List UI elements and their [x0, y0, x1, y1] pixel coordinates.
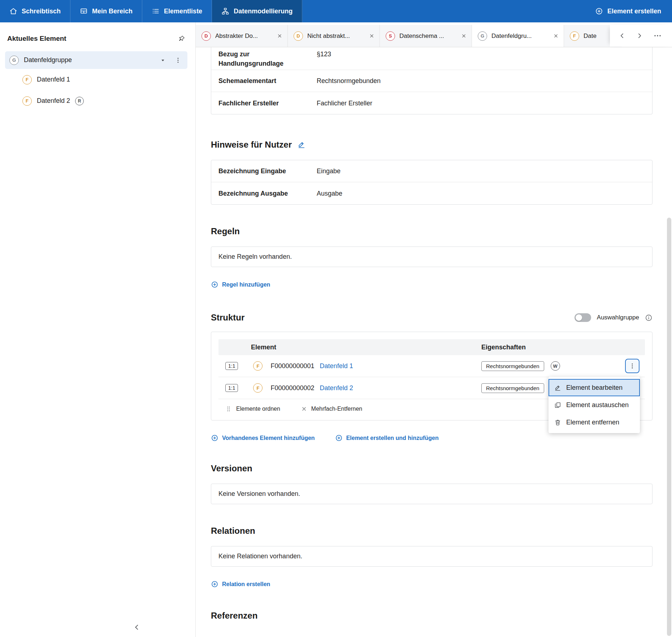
tree-item-label: Datenfeld 1: [37, 76, 195, 83]
section-title-text: Struktur: [211, 313, 244, 323]
home-icon: [9, 7, 17, 15]
add-rule-label: Regel hinzufügen: [222, 282, 270, 288]
column-header-element: Element: [218, 344, 481, 351]
empty-state-text: Keine Regeln vorhanden.: [218, 253, 292, 260]
edit-icon[interactable]: [298, 141, 305, 149]
tab-label: Nicht abstrakt...: [307, 32, 365, 40]
tree-item-datenfeldgruppe[interactable]: G Datenfeldgruppe: [5, 51, 187, 69]
element-link[interactable]: Datenfeld 2: [320, 384, 353, 392]
list-icon: [152, 7, 160, 15]
tab-abstrakter-dokument[interactable]: D Abstrakter Do...: [196, 25, 288, 47]
scrollbar-thumb[interactable]: [667, 218, 671, 636]
section-title-relationen: Relationen: [211, 526, 653, 536]
empty-state-text: Keine Relationen vorhanden.: [218, 553, 302, 560]
create-and-add-element-label: Element erstellen und hinzufügen: [346, 435, 439, 441]
nav-label: Schreibtisch: [22, 8, 61, 15]
sidebar-title: Aktuelles Element: [7, 35, 66, 43]
vertical-scrollbar: [667, 22, 671, 637]
close-icon[interactable]: [553, 33, 559, 39]
struktur-section: Element Eigenschaften 1:1 F F00000000001…: [211, 332, 653, 420]
close-icon[interactable]: [277, 33, 282, 39]
property-pill: Rechtsnormgebunden: [481, 383, 544, 393]
row-actions-button[interactable]: [625, 359, 640, 373]
tab-label: Datenfeldgru...: [491, 32, 549, 40]
nav-label: Datenmodellierung: [234, 8, 292, 15]
pin-icon[interactable]: [178, 35, 185, 42]
sidebar-header: Aktuelles Element: [0, 35, 195, 43]
nav-item-elementliste[interactable]: Elementliste: [142, 0, 212, 22]
property-value: Eingabe: [317, 166, 341, 176]
section-title-versionen: Versionen: [211, 463, 653, 474]
create-and-add-element-link[interactable]: Element erstellen und hinzufügen: [335, 434, 439, 442]
kebab-menu-icon[interactable]: [174, 57, 182, 64]
nav-item-datenmodellierung[interactable]: Datenmodellierung: [212, 0, 302, 22]
type-d-icon: D: [294, 31, 303, 41]
tab-datenschema[interactable]: S Datenschema ...: [380, 25, 472, 47]
multi-remove-label: Mehrfach-Entfernen: [311, 406, 362, 412]
property-label: Bezug zur Handlungsgrundlage: [218, 49, 317, 68]
property-label: Fachlicher Ersteller: [218, 99, 317, 108]
close-icon[interactable]: [369, 33, 374, 39]
nav-item-mein-bereich[interactable]: Mein Bereich: [70, 0, 142, 22]
chevron-left-icon[interactable]: [619, 32, 626, 39]
element-cell: 1:1 F F00000000002 Datenfeld 2: [218, 383, 481, 393]
struktur-header-row: Struktur Auswahlgruppe: [211, 313, 653, 323]
element-id: F00000000001: [270, 362, 314, 370]
property-row: Bezug zur Handlungsgrundlage §123: [211, 47, 652, 70]
struktur-table-header: Element Eigenschaften: [218, 339, 645, 355]
tab-nicht-abstrakt[interactable]: D Nicht abstrakt...: [288, 25, 380, 47]
element-id: F00000000002: [270, 384, 314, 392]
tree-item-label: Datenfeld 2: [37, 97, 70, 105]
info-icon[interactable]: [645, 314, 653, 322]
order-elements-action[interactable]: Elemente ordnen: [225, 406, 280, 412]
plus-circle-icon: [335, 434, 343, 442]
create-element-button[interactable]: Element erstellen: [584, 0, 672, 22]
multi-remove-action[interactable]: Mehrfach-Entfernen: [301, 406, 362, 412]
tree-item-datenfeld-1[interactable]: F Datenfeld 1: [0, 69, 195, 90]
close-icon[interactable]: [461, 33, 467, 39]
section-title-regeln: Regeln: [211, 226, 653, 236]
tab-label: Datenschema ...: [399, 32, 457, 40]
section-title-text: Relationen: [211, 526, 255, 536]
nav-item-schreibtisch[interactable]: Schreibtisch: [0, 0, 70, 22]
more-tabs-icon[interactable]: [653, 31, 662, 40]
sidebar-collapse-button[interactable]: [133, 623, 141, 631]
menu-item-label: Element austauschen: [566, 401, 629, 409]
type-s-icon: S: [386, 31, 395, 41]
caret-down-icon[interactable]: [160, 57, 166, 63]
eigenschaften-cell: Rechtsnormgebunden W: [481, 359, 645, 373]
drag-handle-icon: [225, 406, 232, 412]
toggle-knob: [576, 314, 582, 321]
app-window: Schreibtisch Mein Bereich Elementliste D…: [0, 0, 672, 637]
add-existing-element-label: Vorhandenes Element hinzufügen: [222, 435, 315, 441]
plus-circle-icon: [211, 434, 218, 442]
tab-datenfeldgruppe-active[interactable]: G Datenfeldgru...: [472, 25, 564, 47]
element-link[interactable]: Datenfeld 1: [320, 362, 353, 370]
add-existing-element-link[interactable]: Vorhandenes Element hinzufügen: [211, 434, 315, 442]
menu-item-element-bearbeiten[interactable]: Element bearbeiten: [549, 379, 640, 396]
properties-card: Bezug zur Handlungsgrundlage §123 Schema…: [211, 47, 653, 114]
type-f-icon: F: [253, 361, 263, 371]
create-relation-link[interactable]: Relation erstellen: [211, 580, 270, 588]
property-label: Bezeichnung Ausgabe: [218, 189, 317, 198]
section-title-text: Regeln: [211, 226, 240, 236]
add-rule-link[interactable]: Regel hinzufügen: [211, 281, 270, 288]
tree-item-label: Datenfeldgruppe: [24, 56, 155, 64]
menu-item-element-entfernen[interactable]: Element entfernen: [549, 414, 640, 431]
property-pill: Rechtsnormgebunden: [481, 361, 544, 371]
structure-row-1: 1:1 F F00000000001 Datenfeld 1 Rechtsnor…: [218, 355, 645, 377]
toggle-label: Auswahlgruppe: [597, 314, 639, 321]
order-elements-label: Elemente ordnen: [236, 406, 280, 412]
trash-icon: [554, 419, 561, 426]
column-header-eigenschaften: Eigenschaften: [481, 344, 645, 351]
tab-label: Abstrakter Do...: [215, 32, 273, 40]
property-row: Schemaelementart Rechtsnormgebunden: [211, 70, 652, 92]
menu-item-label: Element bearbeiten: [566, 384, 623, 392]
main-nav: Schreibtisch Mein Bereich Elementliste D…: [0, 0, 302, 22]
section-title-hinweise: Hinweise für Nutzer: [211, 140, 653, 150]
menu-item-element-austauschen[interactable]: Element austauschen: [549, 396, 640, 414]
tree-item-datenfeld-2[interactable]: F Datenfeld 2 R: [0, 90, 195, 112]
create-relation-label: Relation erstellen: [222, 581, 270, 588]
chevron-right-icon[interactable]: [636, 32, 643, 39]
auswahlgruppe-toggle[interactable]: [575, 313, 591, 322]
